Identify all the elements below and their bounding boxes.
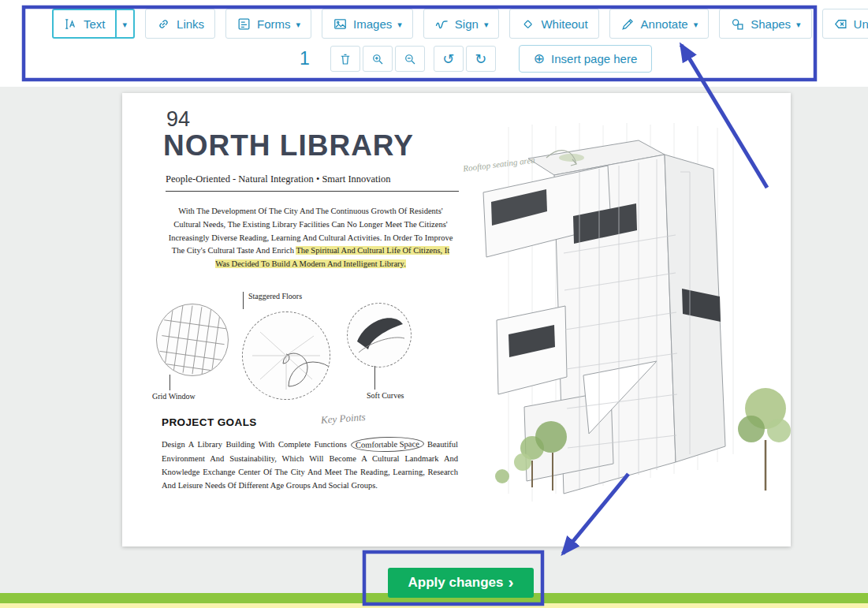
images-button[interactable]: Images ▾	[322, 9, 413, 39]
caret-down-icon: ▾	[694, 21, 698, 29]
pen-icon	[620, 17, 635, 32]
feature-label-soft-curves: Soft Curves	[367, 391, 404, 400]
caret-down-icon: ▾	[796, 21, 801, 29]
toolbar-row-page: 1 ↺ ↻ ⊕ Insert page here	[300, 45, 652, 73]
forms-icon	[237, 17, 251, 32]
shapes-icon	[730, 17, 745, 32]
soft-curves-illustration	[348, 304, 411, 367]
caret-down-icon: ▾	[296, 21, 301, 29]
whiteout-eraser-icon	[520, 17, 535, 32]
insert-page-button[interactable]: ⊕ Insert page here	[519, 45, 653, 73]
caret-down-icon: ▾	[484, 21, 489, 29]
goals-text-pre: Design A Library Building With Complete …	[162, 440, 351, 449]
undo-backspace-icon	[833, 17, 848, 32]
images-icon	[333, 17, 348, 32]
key-points-note: Key Points	[321, 411, 367, 427]
building-sketch	[453, 123, 791, 536]
feature-image-grid-window	[156, 304, 229, 376]
goals-paragraph: Design A Library Building With Complete …	[162, 437, 458, 492]
link-icon	[156, 17, 171, 32]
feature-image-staggered-floors	[242, 311, 330, 400]
intro-paragraph: With The Development Of The City And The…	[167, 205, 454, 271]
shapes-button[interactable]: Shapes ▾	[719, 9, 811, 39]
document-page-number: 94	[166, 107, 190, 132]
images-button-label: Images	[353, 17, 392, 31]
text-button-label: Text	[84, 17, 106, 31]
text-dropdown-button[interactable]: ▾	[116, 9, 136, 39]
rotate-left-button[interactable]: ↺	[434, 46, 464, 72]
connector-line	[374, 366, 375, 390]
grid-window-illustration	[157, 304, 228, 375]
links-button[interactable]: Links	[145, 9, 215, 39]
trash-icon	[338, 52, 352, 66]
forms-button-label: Forms	[257, 17, 291, 31]
document-title: NORTH LIBRARY	[163, 129, 414, 162]
text-icon	[63, 17, 78, 32]
project-goals-heading: PROJECT GOALS	[162, 416, 257, 428]
signature-icon	[434, 17, 449, 32]
caret-down-icon: ▾	[397, 21, 402, 29]
undo-button[interactable]: Undo	[822, 9, 868, 39]
zoom-in-button[interactable]	[363, 46, 393, 72]
footer-yellow-strip	[0, 603, 868, 608]
caret-down-icon: ▾	[123, 21, 128, 29]
rotate-right-button[interactable]: ↻	[466, 46, 496, 72]
feature-label-staggered-floors: Staggered Floors	[248, 292, 302, 300]
text-button-group: Text ▾	[52, 9, 135, 39]
spiral-stairs-illustration	[243, 312, 330, 399]
rotate-left-icon: ↺	[442, 52, 454, 66]
whiteout-button[interactable]: Whiteout	[509, 9, 598, 39]
undo-button-label: Undo	[854, 17, 868, 31]
toolbar-row-tools: Text ▾ Links Forms ▾ Images ▾	[52, 9, 868, 39]
connector-line	[243, 292, 244, 309]
zoom-out-icon	[403, 52, 417, 66]
connector-line	[170, 375, 170, 390]
text-button[interactable]: Text	[52, 9, 117, 39]
apply-changes-button[interactable]: Apply changes ›	[388, 568, 534, 598]
annotate-button-label: Annotate	[641, 17, 688, 31]
forms-button[interactable]: Forms ▾	[225, 9, 311, 39]
annotate-button[interactable]: Annotate ▾	[609, 9, 710, 39]
sign-button[interactable]: Sign ▾	[423, 9, 500, 39]
page-number: 1	[300, 48, 310, 69]
circled-annotation: Comfortable Space	[350, 436, 423, 453]
tree-illustration	[738, 388, 791, 491]
links-button-label: Links	[177, 17, 204, 31]
zoom-in-icon	[371, 52, 385, 66]
editor-toolbar: Text ▾ Links Forms ▾ Images ▾	[0, 0, 868, 87]
delete-page-button[interactable]	[330, 46, 360, 72]
feature-label-grid-window: Grid Window	[152, 392, 196, 401]
insert-page-icon: ⊕	[534, 52, 545, 65]
feature-image-soft-curves	[347, 303, 412, 367]
rotate-right-icon: ↻	[475, 52, 486, 66]
pdf-page[interactable]: 94 NORTH LIBRARY People-Oriented - Natur…	[122, 93, 791, 546]
whiteout-button-label: Whiteout	[541, 17, 587, 31]
shapes-button-label: Shapes	[751, 17, 791, 31]
insert-page-label: Insert page here	[551, 52, 637, 65]
apply-changes-label: Apply changes	[408, 575, 504, 591]
sign-button-label: Sign	[455, 17, 479, 31]
document-tagline: People-Oriented - Natural Integration • …	[166, 173, 459, 192]
zoom-out-button[interactable]	[395, 46, 425, 72]
